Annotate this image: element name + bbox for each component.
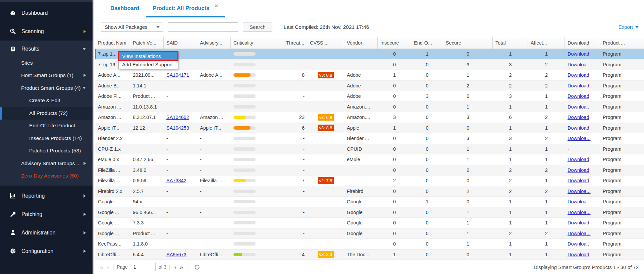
sidebar-item-administration[interactable]: Administration	[0, 223, 93, 242]
column-header-threat[interactable]: Threat...	[264, 37, 307, 49]
download-link[interactable]: Download	[568, 252, 589, 257]
cell-download: Download	[565, 81, 600, 91]
column-header-patch[interactable]: Patch Ve...	[130, 37, 164, 49]
sidebar-item-sites[interactable]: Sites	[0, 57, 93, 69]
column-header-secure[interactable]: Secure	[443, 37, 493, 49]
download-link[interactable]: Downloa...	[568, 231, 591, 236]
said-link[interactable]: SA95673	[166, 252, 186, 257]
next-page-button[interactable]	[172, 264, 178, 270]
sidebar-item-patched-products[interactable]: Patched Products (53)	[0, 145, 93, 157]
column-header-crit[interactable]: Criticality	[231, 37, 264, 49]
download-link[interactable]: Download	[568, 72, 589, 78]
table-row[interactable]: Google ...7.3.3---Google00111DownloadPro…	[95, 218, 644, 228]
sidebar-item-patching[interactable]: Patching	[0, 205, 93, 223]
table-row[interactable]: Amazon ...11.0.13.8.1---Amazon....00111D…	[95, 102, 644, 113]
table-row[interactable]: Google ...Product ...--Google00122Downlo…	[95, 228, 644, 239]
table-row[interactable]: FileZilla ...0.9.59SA73342FileZilla ...7…	[95, 176, 644, 186]
table-row[interactable]: Firebird 2.x2.5.7---Firebird00222Downloa…	[95, 186, 644, 197]
menu-item-view-installations[interactable]: View Installations	[119, 52, 177, 60]
cell-patch: 2.5.7	[130, 186, 164, 197]
sidebar-item-insecure-products[interactable]: Insecure Products (14)	[0, 132, 93, 145]
download-link[interactable]: Downloa...	[568, 199, 591, 204]
column-header-advisory[interactable]: Advisory...	[197, 37, 231, 49]
cell-secure: 1	[443, 228, 493, 239]
download-link[interactable]: Download	[568, 93, 589, 99]
refresh-icon[interactable]	[194, 264, 200, 270]
download-link[interactable]: Download	[568, 125, 589, 131]
previous-page-button[interactable]	[105, 264, 111, 270]
table-row[interactable]: Apple iT...12.12SA104253Apple iT...6v3: …	[95, 123, 644, 134]
said-link[interactable]: SA73342	[166, 178, 186, 183]
column-header-cvss[interactable]: CVSS ...	[307, 37, 344, 49]
column-header-insecure[interactable]: Insecure	[378, 37, 411, 49]
close-icon[interactable]: ×	[215, 3, 218, 9]
sidebar-item-configuration[interactable]: Configuration	[0, 242, 93, 260]
sidebar-item-create-edit[interactable]: Create & Edit	[0, 94, 93, 107]
sidebar-item-scanning[interactable]: Scanning	[0, 22, 93, 41]
download-link[interactable]: Download	[568, 157, 589, 162]
column-header-vendor[interactable]: Vendor	[344, 37, 378, 49]
table-row[interactable]: LibreOffi...6.4.4SA95673LibreOffi...4v3:…	[95, 250, 644, 260]
column-header-total[interactable]: Total	[493, 37, 528, 49]
said-link[interactable]: SA104253	[166, 125, 189, 131]
table-row[interactable]: Adobe B...1.14.1---Adobe00222DownloadPro…	[95, 81, 644, 91]
menu-item-add-extended-support[interactable]: Add Extended Support	[119, 60, 177, 69]
export-button[interactable]: Export	[619, 24, 639, 30]
cell-affected: 1	[528, 239, 565, 249]
download-link[interactable]: Downloa...	[568, 104, 591, 110]
sidebar-item-advisory-smart-groups[interactable]: Advisory Smart Groups ...	[0, 157, 93, 170]
table-row[interactable]: CPU-Z 1.x---CPUID00111-Program	[95, 144, 644, 155]
sidebar-item-host-smart-groups[interactable]: Host Smart Groups (1)	[0, 69, 93, 82]
sidebar-item-dashboard[interactable]: Dashboard	[0, 4, 93, 22]
table-row[interactable]: FileZilla ...3.48.0---00222DownloadProgr…	[95, 165, 644, 176]
column-header-affected[interactable]: Affect...	[528, 37, 565, 49]
column-header-eol[interactable]: End-O...	[411, 37, 443, 49]
table-row[interactable]: KeePass...1.1.8.0---00111Downloa...Progr…	[95, 239, 644, 250]
tab-dashboard[interactable]: Dashboard	[104, 5, 146, 17]
download-link[interactable]: Downloa...	[568, 189, 591, 194]
said-link[interactable]: SA104602	[166, 115, 189, 120]
download-link[interactable]: Download	[568, 220, 589, 225]
table-row[interactable]: Google ...96.0.466...---Google00111Downl…	[95, 207, 644, 218]
sidebar-item-results[interactable]: Results	[0, 41, 93, 57]
cell-patch: 3.48.0	[130, 165, 164, 176]
cell-affected: 1	[528, 144, 565, 154]
export-label: Export	[619, 24, 633, 30]
table-row[interactable]: Blender 2.x---Blender ...00332Downloa...…	[95, 133, 644, 144]
tab-product-all-products[interactable]: Product: All Products×	[146, 5, 225, 17]
download-link[interactable]: Downloa...	[568, 241, 591, 247]
package-filter-select[interactable]: Show All Packages	[101, 22, 163, 32]
download-link[interactable]: Download	[568, 178, 589, 183]
column-header-download[interactable]: Download	[565, 37, 600, 49]
column-header-said[interactable]: SAID	[164, 37, 197, 49]
search-input[interactable]	[168, 22, 238, 32]
sidebar-item-end-of-life-products[interactable]: End-Of-Life Product...	[0, 120, 93, 132]
column-header-name[interactable]: Product Nam	[95, 37, 130, 49]
download-link[interactable]: Downloa...	[568, 136, 591, 141]
page-number-input[interactable]	[131, 263, 156, 271]
download-link[interactable]: Download	[568, 115, 589, 120]
table-row[interactable]: Adobe Fl...Product ...--Adobe03031Downlo…	[95, 91, 644, 102]
download-link[interactable]: Download	[568, 83, 589, 88]
download-link[interactable]: Downloa...	[568, 62, 591, 67]
search-button[interactable]: Search	[243, 22, 272, 32]
download-link[interactable]: Download	[568, 51, 589, 57]
cell-vendor: Google	[344, 197, 378, 207]
download-link[interactable]: Download	[568, 167, 589, 173]
first-page-button[interactable]	[98, 264, 105, 270]
sidebar-item-reporting[interactable]: Reporting	[0, 187, 93, 205]
download-link[interactable]: Downloa...	[568, 210, 591, 215]
sidebar-item-product-smart-groups[interactable]: Product Smart Groups (4)	[0, 82, 93, 94]
sidebar-splitter[interactable]	[93, 0, 95, 274]
table-row[interactable]: eMule 0.x0.47.2.66---eMule00111DownloadP…	[95, 154, 644, 165]
last-page-button[interactable]	[178, 264, 185, 270]
sidebar-item-all-products[interactable]: All Products (72)	[0, 107, 93, 120]
table-row[interactable]: Amazon ...8.312.07.1SA104602Amazon ...23…	[95, 112, 644, 123]
cell-insecure: 3	[378, 112, 411, 123]
sidebar-item-zero-day-advisories[interactable]: Zero-Day Advisories (50)	[0, 170, 93, 183]
table-row[interactable]: Adobe A...2021.00...SA104171Adobe A...8v…	[95, 70, 644, 81]
said-link[interactable]: SA104171	[166, 72, 189, 78]
column-header-product[interactable]: Product ...	[600, 37, 644, 49]
table-row[interactable]: Google ...94.x--Google01011Downloa...Pro…	[95, 197, 644, 207]
cell-name: Adobe B...	[95, 81, 130, 91]
